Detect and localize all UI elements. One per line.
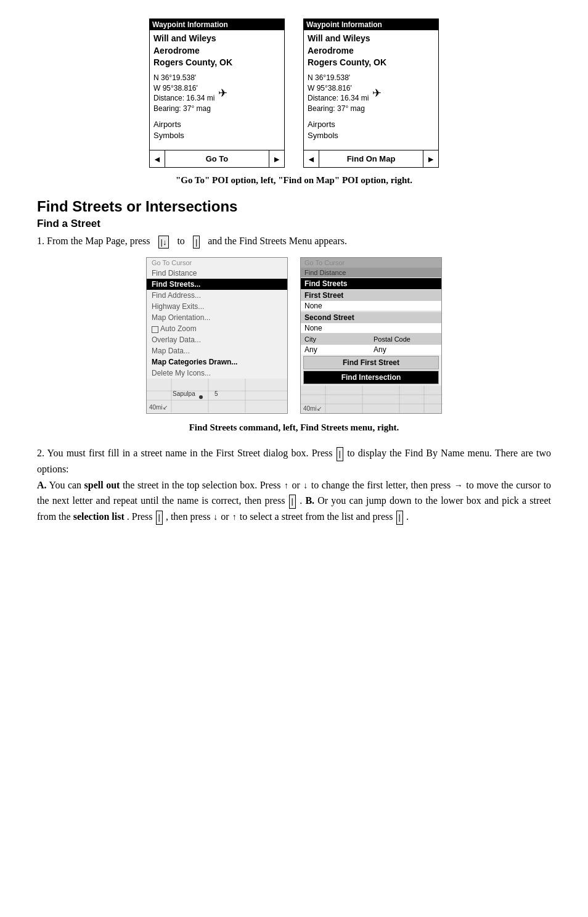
- down-arrow-key-2: ↓: [213, 510, 218, 524]
- waypoint-items-right: Airports Symbols: [308, 119, 435, 141]
- left-map-area: Sapulpa 5 40mi↙: [147, 379, 287, 413]
- find-on-map-button[interactable]: Find On Map: [319, 154, 423, 163]
- enter-key: |: [193, 236, 200, 249]
- right-arrow-key: →: [454, 479, 463, 492]
- waypoint-footer-left: ◄ Go To ►: [150, 150, 284, 167]
- fs-city-postal-labels: City Postal Code: [301, 334, 441, 345]
- menu-item-goto-cursor: Go To Cursor: [147, 258, 287, 268]
- menu-item-map-categories[interactable]: Map Categories Drawn...: [147, 356, 287, 368]
- spell-out-text: spell out: [84, 480, 120, 490]
- menu-item-highway-exits[interactable]: Highway Exits...: [147, 301, 287, 312]
- enter-key-4: |: [156, 511, 163, 525]
- find-streets-section: Find Streets or Intersections Find a Str…: [37, 198, 551, 249]
- waypoint-title-left: Waypoint Information: [150, 19, 284, 30]
- option-b-label: B.: [305, 495, 314, 506]
- svg-point-6: [199, 395, 203, 399]
- selection-list-text: selection list: [73, 511, 125, 522]
- menu-item-delete-icons[interactable]: Delete My Icons...: [147, 368, 287, 379]
- waypoint-panels-section: Waypoint Information Will and Wileys Aer…: [37, 19, 551, 168]
- left-map-svg: Sapulpa 5: [147, 379, 287, 413]
- menu-panels-section: Go To Cursor Find Distance Find Streets.…: [37, 257, 551, 414]
- body-paragraph-2: 2. You must first fill in a street name …: [37, 445, 551, 524]
- fs-header-goto: Go To Cursor: [301, 258, 441, 268]
- airplane-icon-left: ✈: [218, 86, 227, 101]
- waypoint-coords-left: N 36°19.538' W 95°38.816' Distance: 16.3…: [153, 73, 280, 114]
- find-first-street-button[interactable]: Find First Street: [303, 356, 439, 369]
- up-arrow-key: ↑: [284, 479, 288, 492]
- fs-second-street-value[interactable]: None: [301, 323, 441, 334]
- right-map-area: 40mi↙: [301, 385, 441, 413]
- waypoint-body-left: Will and Wileys Aerodrome Rogers County,…: [150, 30, 284, 144]
- waypoint-title-right: Waypoint Information: [304, 19, 438, 30]
- left-arrow-left[interactable]: ◄: [150, 150, 165, 167]
- fs-city-value[interactable]: Any: [304, 345, 317, 354]
- fs-second-street-label: Second Street: [301, 312, 441, 323]
- joystick-key: |↓: [158, 236, 169, 249]
- left-map-scale: 40mi↙: [149, 404, 168, 411]
- fs-header-distance: Find Distance: [301, 268, 441, 278]
- up-arrow-key-2: ↑: [232, 510, 237, 524]
- waypoint-name-left: Will and Wileys Aerodrome Rogers County,…: [153, 33, 280, 69]
- find-streets-panel: Go To Cursor Find Distance Find Streets …: [300, 257, 442, 414]
- fs-city-label: City: [304, 335, 316, 343]
- menu-item-find-streets[interactable]: Find Streets...: [147, 279, 287, 290]
- waypoint-name-right: Will and Wileys Aerodrome Rogers County,…: [308, 33, 435, 69]
- right-arrow-left[interactable]: ►: [269, 150, 284, 167]
- airplane-icon-right: ✈: [372, 86, 382, 101]
- fs-first-street-value[interactable]: None: [301, 301, 441, 311]
- menu-item-auto-zoom[interactable]: Auto Zoom: [147, 323, 287, 334]
- goto-button[interactable]: Go To: [165, 154, 269, 163]
- fs-title: Find Streets: [301, 278, 441, 289]
- menu-item-find-distance[interactable]: Find Distance: [147, 268, 287, 279]
- option-a-label: A.: [37, 480, 47, 490]
- find-intersection-button[interactable]: Find Intersection: [303, 371, 439, 384]
- waypoint-panel-right: Waypoint Information Will and Wileys Aer…: [303, 19, 439, 168]
- waypoint-coords-right: N 36°19.538' W 95°38.816' Distance: 16.3…: [308, 73, 435, 114]
- menu-item-map-data[interactable]: Map Data...: [147, 345, 287, 356]
- section-title: Find Streets or Intersections: [37, 198, 551, 215]
- subsection-title: Find a Street: [37, 218, 551, 230]
- waypoint-caption: "Go To" POI option, left, "Find on Map" …: [37, 175, 551, 186]
- waypoint-panel-left: Waypoint Information Will and Wileys Aer…: [149, 19, 285, 168]
- left-arrow-right[interactable]: ◄: [304, 150, 319, 167]
- svg-text:5: 5: [214, 390, 218, 397]
- find-menu-panel: Go To Cursor Find Distance Find Streets.…: [146, 257, 288, 414]
- menu-item-find-address[interactable]: Find Address...: [147, 290, 287, 301]
- waypoint-items-left: Airports Symbols: [153, 119, 280, 141]
- right-arrow-right[interactable]: ►: [423, 150, 438, 167]
- enter-key-5: |: [396, 511, 403, 525]
- svg-text:Sapulpa: Sapulpa: [173, 390, 195, 397]
- fs-city-postal-values: Any Any: [301, 345, 441, 355]
- auto-zoom-checkbox[interactable]: [152, 326, 158, 333]
- fs-postal-label: Postal Code: [374, 335, 410, 343]
- down-arrow-key: ↓: [303, 479, 308, 492]
- enter-key-3: |: [289, 495, 296, 509]
- right-map-scale: 40mi↙: [303, 405, 322, 412]
- menu-item-overlay-data[interactable]: Overlay Data...: [147, 334, 287, 345]
- enter-key-2: |: [337, 447, 343, 461]
- instruction-line: 1. From the Map Page, press |↓ to | and …: [37, 234, 551, 249]
- fs-postal-value[interactable]: Any: [374, 345, 386, 354]
- waypoint-body-right: Will and Wileys Aerodrome Rogers County,…: [304, 30, 438, 144]
- waypoint-footer-right: ◄ Find On Map ►: [304, 150, 438, 167]
- menu-caption: Find Streets command, left, Find Streets…: [37, 422, 551, 433]
- fs-first-street-label: First Street: [301, 290, 441, 301]
- menu-item-map-orientation[interactable]: Map Orientation...: [147, 312, 287, 323]
- right-map-svg: [301, 385, 443, 413]
